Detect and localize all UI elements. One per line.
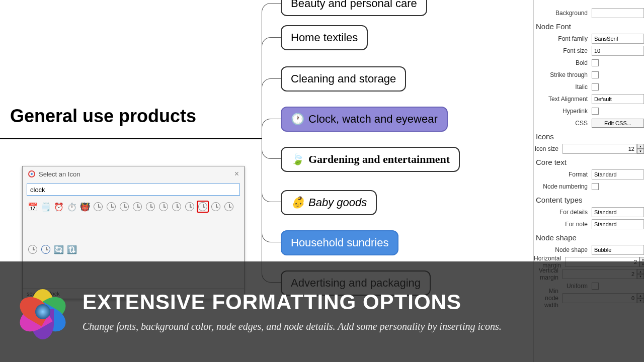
node-label: Cleaning and storage [291, 72, 396, 85]
section-nodefont: Node Font [534, 19, 644, 33]
text-align-input[interactable] [592, 94, 644, 104]
node-shape-input[interactable] [592, 245, 644, 255]
italic-checkbox[interactable] [592, 83, 599, 90]
icon-option[interactable] [157, 201, 170, 213]
icon-option[interactable] [184, 201, 196, 213]
format-input[interactable] [592, 169, 644, 179]
icon-option[interactable]: 📅 [27, 201, 39, 213]
section-nodeshape: Node shape [534, 230, 644, 244]
spin-down[interactable]: ▼ [637, 149, 644, 154]
font-family-input[interactable] [592, 34, 644, 44]
svg-point-1 [31, 173, 33, 175]
node-label: Baby goods [308, 196, 367, 209]
icon-option[interactable] [144, 201, 156, 213]
edit-css-button[interactable]: Edit CSS... [592, 119, 644, 128]
for-details-input[interactable] [592, 207, 644, 217]
section-coretext: Core text [534, 155, 644, 168]
bold-checkbox[interactable] [592, 59, 599, 66]
close-icon[interactable]: × [234, 169, 239, 178]
banner-subtitle: Change fonts, background color, node edg… [83, 319, 502, 333]
icon-option[interactable] [223, 201, 235, 213]
icon-option[interactable]: ⏱️ [66, 201, 78, 213]
icon-option[interactable] [118, 201, 130, 213]
section-icons: Icons [534, 129, 644, 143]
child-node[interactable]: Home textiles [281, 25, 368, 50]
banner-title: EXTENSIVE FORMATTING OPTIONS [83, 290, 502, 314]
node-label: Beauty and personal care [291, 0, 417, 10]
icon-search-input[interactable] [27, 184, 240, 196]
child-node[interactable]: 👶Baby goods [281, 190, 377, 215]
child-node[interactable]: Cleaning and storage [281, 66, 406, 92]
child-node[interactable]: Household sundries [281, 230, 398, 255]
icon-size-input[interactable] [562, 144, 637, 154]
icon-option[interactable] [27, 243, 39, 255]
for-note-input[interactable] [592, 219, 644, 229]
child-node[interactable]: 🕐Clock, watch and eyewear [281, 107, 448, 132]
background-label: Background [534, 10, 592, 17]
node-icon: 👶 [291, 196, 304, 209]
node-label: Home textiles [291, 31, 358, 44]
promo-banner: EXTENSIVE FORMATTING OPTIONS Change font… [0, 261, 644, 362]
app-logo [15, 284, 70, 339]
node-numbering-checkbox[interactable] [592, 183, 599, 190]
icon-option[interactable]: ⏰ [53, 201, 65, 213]
child-node[interactable]: 🍃Gardening and entertainment [281, 147, 460, 172]
child-node[interactable]: Beauty and personal care [281, 0, 427, 16]
dialog-title: Select an Icon [39, 170, 80, 178]
icon-option[interactable] [131, 201, 143, 213]
hyperlink-checkbox[interactable] [592, 108, 599, 115]
icon-option[interactable] [197, 201, 209, 213]
spin-up[interactable]: ▲ [637, 144, 644, 149]
background-swatch[interactable] [592, 8, 644, 18]
section-contenttypes: Content types [534, 193, 644, 206]
node-label: Household sundries [291, 236, 388, 249]
icon-option[interactable]: 👹 [79, 201, 91, 213]
node-icon: 🕐 [291, 113, 304, 126]
icon-option[interactable] [105, 201, 117, 213]
node-label: Clock, watch and eyewear [308, 113, 438, 126]
icon-option[interactable] [40, 243, 52, 255]
node-label: Gardening and entertainment [308, 153, 450, 166]
root-node[interactable]: General use products [10, 106, 196, 127]
icon-option[interactable]: 🗒️ [40, 201, 52, 213]
icon-option[interactable] [92, 201, 104, 213]
app-icon [28, 170, 36, 178]
node-icon: 🍃 [291, 153, 304, 166]
icon-option[interactable]: 🔄 [53, 243, 65, 255]
icon-option[interactable]: 🔃 [66, 243, 78, 255]
font-size-input[interactable] [592, 46, 644, 56]
icon-option[interactable] [210, 201, 222, 213]
icon-option[interactable] [171, 201, 183, 213]
connector [262, 119, 281, 139]
strike-checkbox[interactable] [592, 71, 599, 78]
root-underline [0, 138, 262, 139]
